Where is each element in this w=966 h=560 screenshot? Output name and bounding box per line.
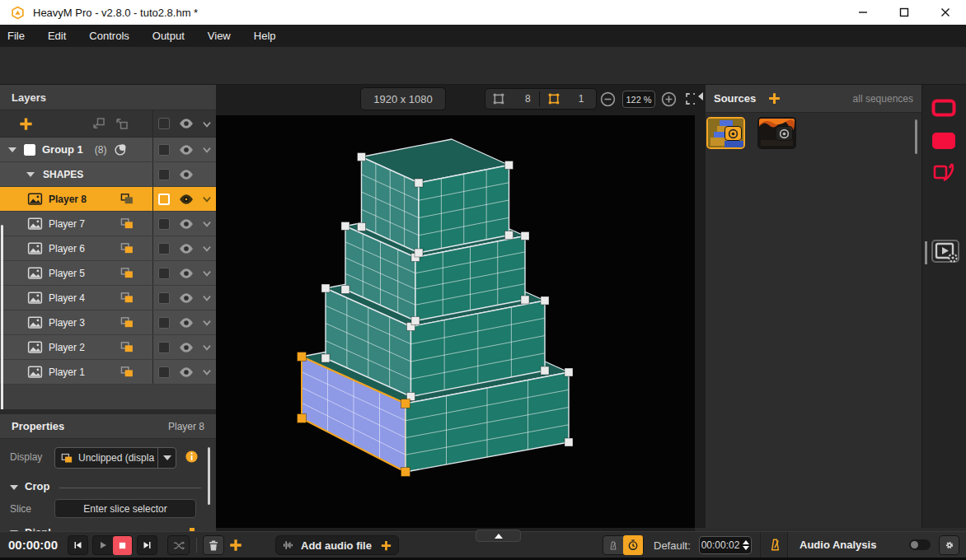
display-dropdown[interactable]: Unclipped (displa: [54, 447, 176, 469]
maximize-button[interactable]: [884, 0, 925, 25]
player-eye-icon[interactable]: [178, 267, 195, 280]
mapping-canvas[interactable]: [216, 115, 695, 528]
vertex-handle[interactable]: [541, 366, 549, 375]
vertex-handle[interactable]: [341, 286, 349, 294]
vertex-handle[interactable]: [521, 296, 529, 304]
sphere-icon[interactable]: [114, 142, 128, 156]
source-thumbnail-2[interactable]: [757, 117, 796, 149]
vertex-handle[interactable]: [358, 153, 366, 161]
player-chevron-down-icon[interactable]: [201, 268, 213, 279]
layered-squares-icon[interactable]: [120, 341, 134, 353]
layer-row-shapes[interactable]: SHAPES: [0, 162, 216, 187]
zoom-out-icon[interactable]: [600, 91, 616, 107]
layer-row-player[interactable]: Player 8: [0, 187, 216, 212]
metronome-mode-button[interactable]: [603, 536, 623, 554]
player-chevron-down-icon[interactable]: [201, 342, 213, 353]
layered-squares-icon[interactable]: [120, 242, 134, 254]
sources-filter[interactable]: all sequences: [853, 93, 913, 105]
vertex-handle[interactable]: [415, 179, 423, 187]
player-eye-icon[interactable]: [178, 242, 195, 255]
player-eye-icon[interactable]: [178, 316, 195, 329]
vertex-handle[interactable]: [541, 296, 549, 305]
vertex-handle[interactable]: [521, 232, 529, 240]
minimize-button[interactable]: [842, 0, 884, 25]
menu-file[interactable]: File: [0, 25, 36, 47]
group-color-swatch[interactable]: [24, 144, 35, 156]
clock-mode-button[interactable]: [623, 535, 643, 555]
player-state-swatch[interactable]: [158, 292, 170, 304]
zoom-in-icon[interactable]: [661, 91, 677, 107]
master-eye-icon[interactable]: [178, 117, 195, 130]
layer-row-player[interactable]: Player 1: [0, 360, 216, 385]
group-state-swatch[interactable]: [158, 144, 170, 156]
player-eye-icon[interactable]: [178, 292, 195, 305]
layered-squares-icon[interactable]: [120, 316, 134, 329]
shapes-eye-icon[interactable]: [178, 168, 195, 181]
slice-selector-button[interactable]: Enter slice selector: [54, 499, 196, 518]
zoom-level-field[interactable]: 122 %: [622, 91, 655, 108]
player-eye-icon[interactable]: [178, 217, 195, 231]
add-audio-file-button[interactable]: Add audio file: [275, 535, 399, 555]
shuffle-button[interactable]: [167, 535, 190, 555]
player-state-swatch[interactable]: [158, 342, 170, 353]
metronome-icon[interactable]: [769, 537, 781, 553]
move-back-icon[interactable]: [91, 116, 107, 131]
layer-row-player[interactable]: Player 5: [0, 261, 216, 286]
trash-icon[interactable]: [203, 535, 224, 555]
player-chevron-down-icon[interactable]: [201, 317, 213, 329]
master-chevron-down-icon[interactable]: [201, 119, 213, 130]
layered-squares-icon[interactable]: [120, 366, 134, 378]
player-state-swatch[interactable]: [158, 194, 170, 205]
vertex-handle[interactable]: [411, 317, 420, 325]
source-thumbnail-1[interactable]: [706, 117, 745, 149]
vertex-handle[interactable]: [321, 284, 330, 292]
vertex-handle[interactable]: [401, 468, 410, 477]
add-source-icon[interactable]: [767, 91, 781, 105]
layered-squares-icon[interactable]: [120, 217, 134, 230]
shapes-expander[interactable]: [26, 172, 35, 177]
shapes-state-swatch[interactable]: [158, 169, 170, 180]
player-chevron-down-icon[interactable]: [201, 218, 213, 230]
sources-scrollbar[interactable]: [915, 119, 917, 154]
menu-edit[interactable]: Edit: [36, 25, 77, 47]
vertex-handle[interactable]: [565, 438, 573, 446]
move-front-icon[interactable]: [114, 116, 130, 131]
play-button[interactable]: [93, 536, 113, 554]
player-chevron-down-icon[interactable]: [201, 292, 213, 304]
layered-squares-icon[interactable]: [120, 267, 134, 279]
vertex-handle[interactable]: [358, 223, 366, 231]
properties-scrollbar[interactable]: [208, 447, 210, 505]
layered-squares-icon[interactable]: [120, 292, 134, 304]
add-sequence-icon[interactable]: [228, 538, 243, 553]
group-eye-icon[interactable]: [178, 143, 195, 156]
audio-analysis-toggle[interactable]: [909, 539, 931, 550]
player-state-swatch[interactable]: [158, 243, 170, 254]
player-eye-icon[interactable]: [178, 193, 195, 206]
player-state-swatch[interactable]: [158, 317, 170, 329]
stroke-icon[interactable]: [932, 162, 955, 184]
player-state-swatch[interactable]: [158, 268, 170, 279]
vertex-handle[interactable]: [321, 354, 330, 362]
player-chevron-down-icon[interactable]: [201, 243, 213, 254]
fill-icon[interactable]: [931, 132, 956, 150]
player-chevron-down-icon[interactable]: [201, 194, 213, 205]
vertex-handle[interactable]: [341, 222, 349, 231]
layer-row-player[interactable]: Player 3: [0, 310, 216, 335]
default-duration-field[interactable]: 00:00:02: [699, 536, 752, 554]
display-dropdown-arrow[interactable]: [157, 448, 176, 468]
group-expander[interactable]: [8, 147, 16, 152]
vertex-handle[interactable]: [298, 352, 307, 362]
vertex-handle[interactable]: [415, 249, 423, 257]
layered-squares-icon[interactable]: [120, 193, 134, 205]
menu-output[interactable]: Output: [141, 25, 196, 47]
gear-icon[interactable]: [939, 535, 959, 555]
player-state-swatch[interactable]: [158, 218, 170, 230]
skip-forward-button[interactable]: [137, 535, 157, 555]
menu-view[interactable]: View: [196, 25, 242, 47]
vertex-handle[interactable]: [505, 231, 513, 240]
menu-help[interactable]: Help: [242, 25, 288, 47]
player-eye-icon[interactable]: [178, 366, 195, 379]
player-state-swatch[interactable]: [158, 366, 170, 378]
layer-row-group[interactable]: Group 1 (8): [0, 138, 216, 162]
timeline-expand-tab[interactable]: [476, 530, 521, 542]
